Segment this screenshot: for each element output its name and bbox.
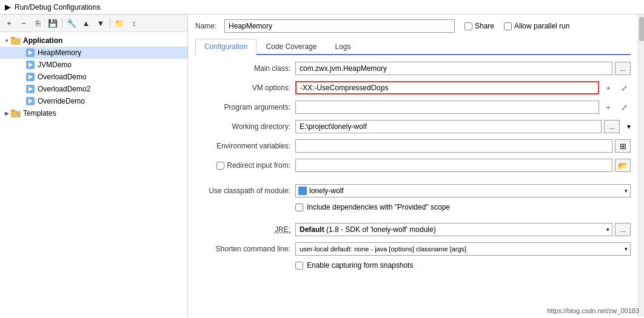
environment-variables-btn[interactable]: ⊞: [615, 139, 631, 153]
sort-btn[interactable]: ↕: [127, 16, 141, 30]
jre-value-text: (1.8 - SDK of 'lonely-wolf' module): [324, 225, 436, 234]
tree-item-heapmemory[interactable]: HeapMemory: [0, 47, 187, 59]
tab-configuration[interactable]: Configuration: [195, 39, 257, 55]
shorten-cmd-text: user-local default: none - java [options…: [300, 245, 466, 253]
tree-item-overloaddemo[interactable]: OverloadDemo: [0, 71, 187, 83]
environment-variables-input[interactable]: [295, 139, 612, 153]
vm-options-label: VM options:: [195, 84, 295, 92]
enable-capturing-row: Enable capturing form snapshots: [195, 261, 631, 270]
divider-1: [195, 177, 631, 184]
tab-code-coverage[interactable]: Code Coverage: [257, 39, 326, 54]
share-checkbox[interactable]: [465, 22, 472, 30]
redirect-input-input[interactable]: [295, 159, 612, 172]
config-icon-overridedemo: [25, 96, 35, 106]
redirect-input-label: Redirect input from:: [195, 161, 295, 170]
svg-rect-0: [11, 38, 21, 45]
svg-rect-1: [11, 37, 15, 39]
vm-options-row: VM options: + ⤢: [195, 81, 631, 95]
jre-select[interactable]: Default (1.8 - SDK of 'lonely-wolf' modu…: [295, 223, 612, 236]
title-bar-icon: ▶: [5, 2, 11, 12]
right-scrollbar[interactable]: [638, 15, 644, 317]
allow-parallel-checkbox[interactable]: [504, 22, 512, 30]
vm-options-fullscreen-btn[interactable]: ⤢: [617, 81, 631, 94]
tree-item-templates[interactable]: ▶ 🔧 Templates: [0, 107, 187, 119]
expand-icon-heapmemory: [17, 48, 25, 57]
working-directory-input[interactable]: [295, 120, 602, 133]
working-directory-dropdown-btn[interactable]: ▾: [622, 122, 631, 131]
enable-capturing-label: Enable capturing form snapshots: [307, 261, 413, 270]
tree-label-heapmemory: HeapMemory: [38, 48, 81, 57]
shorten-cmd-row: Shorten command line: user-local default…: [195, 242, 631, 256]
main-class-value: ...: [295, 62, 631, 75]
move-down-btn[interactable]: ▼: [94, 16, 107, 30]
tab-logs[interactable]: Logs: [326, 39, 360, 54]
classpath-module-label: Use classpath of module:: [195, 187, 295, 195]
jre-value: Default (1.8 - SDK of 'lonely-wolf' modu…: [295, 223, 631, 236]
vm-options-expand-btn[interactable]: +: [602, 81, 615, 94]
settings-btn[interactable]: 🔧: [65, 16, 78, 30]
svg-rect-13: [11, 110, 15, 111]
expand-icon-jvmdemo: [17, 61, 25, 69]
enable-capturing-checkbox[interactable]: [295, 262, 303, 270]
toolbar-sep-1: [62, 18, 62, 28]
working-directory-value: ... ▾: [295, 120, 631, 133]
config-icon-jvmdemo: [25, 60, 35, 70]
jre-row: JRE: Default (1.8 - SDK of 'lonely-wolf'…: [195, 222, 631, 237]
share-label[interactable]: Share: [465, 22, 494, 30]
redirect-input-checkbox[interactable]: [216, 162, 224, 170]
add-config-btn[interactable]: +: [2, 16, 16, 30]
classpath-module-value: lonely-wolf ▾: [295, 184, 631, 197]
classpath-module-select[interactable]: lonely-wolf ▾: [295, 184, 631, 197]
tree-item-overloaddemo2[interactable]: OverloadDemo2: [0, 83, 187, 95]
folder-btn[interactable]: 📁: [113, 16, 126, 30]
main-class-row: Main class: ...: [195, 61, 631, 76]
redirect-input-browse-btn[interactable]: 📂: [615, 159, 631, 172]
program-arguments-value: + ⤢: [295, 101, 631, 114]
expand-icon-overridedemo: [17, 97, 25, 105]
jre-default-text: Default: [300, 225, 324, 234]
main-class-input[interactable]: [295, 62, 612, 75]
working-directory-browse-btn[interactable]: ...: [604, 120, 620, 133]
toolbar-sep-2: [110, 18, 110, 28]
program-arguments-row: Program arguments: + ⤢: [195, 100, 631, 114]
tree-item-overridedemo[interactable]: OverrideDemo: [0, 95, 187, 107]
program-arguments-input[interactable]: [295, 101, 599, 114]
jre-browse-btn[interactable]: ...: [615, 223, 631, 236]
title-bar-text: Run/Debug Configurations: [15, 3, 100, 12]
include-dep-row: Include dependencies with "Provided" sco…: [195, 203, 631, 211]
name-label: Name:: [195, 22, 220, 30]
name-input[interactable]: [224, 19, 455, 33]
tree-item-jvmdemo[interactable]: JVMDemo: [0, 59, 187, 71]
svg-text:🔧: 🔧: [16, 111, 21, 117]
expand-icon-overloaddemo: [17, 73, 25, 81]
copy-config-btn[interactable]: ⎘: [32, 16, 45, 30]
program-arguments-expand-btn[interactable]: +: [602, 101, 615, 114]
config-tree: ▾ Application HeapMemory: [0, 32, 187, 317]
shorten-cmd-select[interactable]: user-local default: none - java [options…: [295, 242, 631, 256]
expand-icon-application: ▾: [2, 36, 11, 45]
allow-parallel-label[interactable]: Allow parallel run: [504, 22, 569, 30]
form-area: Main class: ... VM options: + ⤢ Program …: [195, 61, 631, 312]
right-panel: Name: Share Allow parallel run Configura…: [188, 15, 638, 317]
redirect-input-row: Redirect input from: 📂: [195, 158, 631, 173]
scrollbar-thumb: [639, 17, 644, 41]
share-row: Share Allow parallel run: [465, 22, 569, 30]
remove-config-btn[interactable]: −: [17, 16, 30, 30]
main-class-label: Main class:: [195, 64, 295, 73]
save-config-btn[interactable]: 💾: [46, 16, 59, 30]
move-up-btn[interactable]: ▲: [79, 16, 93, 30]
folder-wrench-icon-templates: 🔧: [11, 108, 21, 118]
tree-item-application[interactable]: ▾ Application: [0, 35, 187, 47]
include-dep-checkbox[interactable]: [295, 204, 303, 211]
config-toolbar: + − ⎘ 💾 🔧 ▲ ▼ 📁 ↕: [0, 15, 187, 32]
program-arguments-fullscreen-btn[interactable]: ⤢: [617, 101, 631, 114]
expand-icon-overloaddemo2: [17, 85, 25, 93]
tree-label-jvmdemo: JVMDemo: [38, 61, 72, 69]
environment-variables-value: ⊞: [295, 139, 631, 153]
environment-variables-label: Environment variables:: [195, 142, 295, 150]
environment-variables-row: Environment variables: ⊞: [195, 139, 631, 153]
tree-label-overloaddemo2: OverloadDemo2: [38, 85, 90, 93]
vm-options-input[interactable]: [295, 81, 599, 94]
module-icon: [298, 187, 307, 195]
main-class-browse-btn[interactable]: ...: [615, 62, 631, 75]
